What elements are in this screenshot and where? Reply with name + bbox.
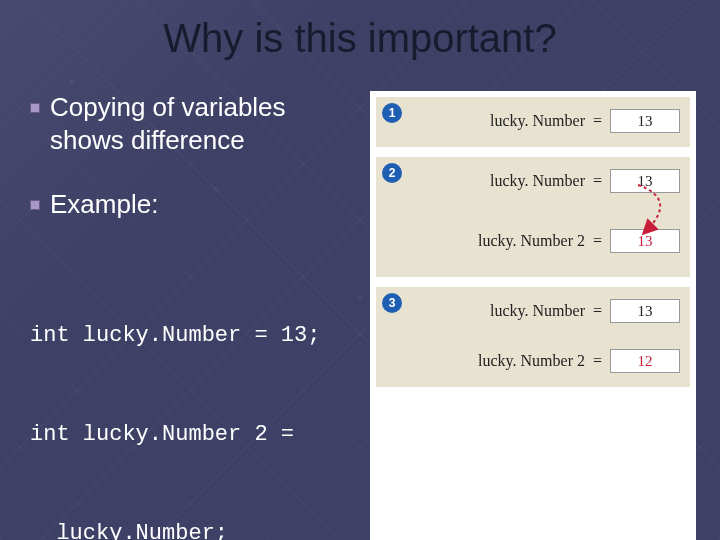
code-line: lucky.Number; (30, 517, 350, 541)
bullet-item: Example: (30, 188, 350, 221)
variable-row: lucky. Number = 13 (386, 109, 680, 133)
code-example: int lucky.Number = 13; int lucky.Number … (30, 253, 350, 541)
code-line: int lucky.Number 2 = (30, 418, 350, 451)
variable-value-box: 13 (610, 109, 680, 133)
bullet-icon (30, 103, 40, 113)
equals-sign: = (593, 172, 602, 190)
step-badge: 2 (382, 163, 402, 183)
variable-name: lucky. Number 2 (465, 352, 585, 370)
equals-sign: = (593, 302, 602, 320)
variable-row: lucky. Number 2 = 13 (386, 229, 680, 253)
equals-sign: = (593, 352, 602, 370)
variable-row: lucky. Number = 13 (386, 169, 680, 193)
left-column: Copying of variables shows difference Ex… (30, 91, 350, 540)
variable-name: lucky. Number (465, 172, 585, 190)
variable-name: lucky. Number 2 (465, 232, 585, 250)
variable-value-box: 12 (610, 349, 680, 373)
variable-name: lucky. Number (465, 302, 585, 320)
diagram-step-2: 2 lucky. Number = 13 lucky. Number 2 = 1… (376, 157, 690, 277)
step-badge: 1 (382, 103, 402, 123)
diagram-column: 1 lucky. Number = 13 2 lucky. Number = 1… (370, 91, 696, 540)
variable-value-box: 13 (610, 169, 680, 193)
bullet-item: Copying of variables shows difference (30, 91, 350, 156)
variable-name: lucky. Number (465, 112, 585, 130)
equals-sign: = (593, 232, 602, 250)
equals-sign: = (593, 112, 602, 130)
slide-title: Why is this important? (0, 0, 720, 61)
variable-value-box: 13 (610, 229, 680, 253)
diagram-step-3: 3 lucky. Number = 13 lucky. Number 2 = 1… (376, 287, 690, 387)
slide-content: Copying of variables shows difference Ex… (0, 61, 720, 540)
variable-value-box: 13 (610, 299, 680, 323)
bullet-icon (30, 200, 40, 210)
diagram-step-1: 1 lucky. Number = 13 (376, 97, 690, 147)
step-badge: 3 (382, 293, 402, 313)
bullet-text: Copying of variables shows difference (50, 91, 350, 156)
variable-row: lucky. Number 2 = 12 (386, 349, 680, 373)
variable-row: lucky. Number = 13 (386, 299, 680, 323)
bullet-text: Example: (50, 188, 158, 221)
code-line: int lucky.Number = 13; (30, 319, 350, 352)
